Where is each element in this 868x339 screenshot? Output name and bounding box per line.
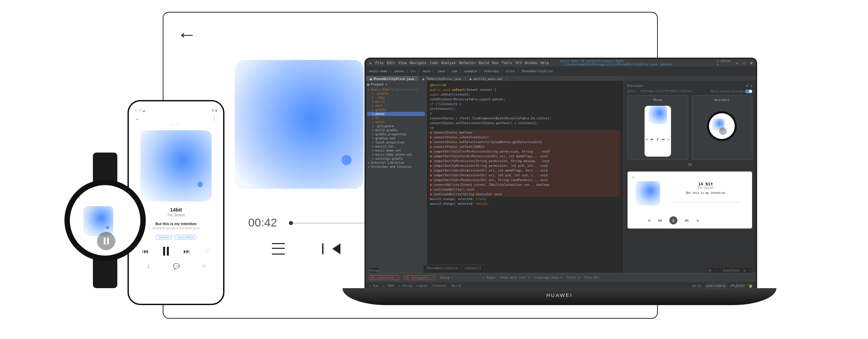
laptop-brand: HUAWEI	[342, 292, 776, 298]
menu-tools[interactable]: Tools	[502, 61, 512, 65]
tree-item[interactable]: ▾phone	[367, 112, 425, 116]
more-icon[interactable]: ⋮	[212, 115, 217, 121]
gear-icon[interactable]: ⚙	[744, 269, 746, 272]
tree-item[interactable]: ▸music-demo D:\projects\music	[367, 87, 425, 92]
download-icon[interactable]: ⤓	[146, 263, 151, 270]
previewer-title: Previewer	[627, 84, 644, 87]
codecheck-tab[interactable]: CodeCheck	[723, 269, 739, 272]
menu-refactor[interactable]: Refactor	[459, 61, 475, 65]
tree-item[interactable]: ▸.gradle	[367, 92, 425, 96]
status-tab-logcat[interactable]: Logcat	[417, 284, 428, 287]
tool-bar: No connected ▾ No debuggable ▾ Debug ▾ ☑…	[366, 273, 756, 282]
pause-button[interactable]	[97, 232, 115, 250]
back-arrow-icon[interactable]: ←	[177, 23, 644, 45]
tree-item[interactable]: ▸Scratches and Consoles	[367, 165, 425, 169]
regex-checkbox[interactable]: ☑ Regex	[483, 276, 496, 279]
playlist-icon[interactable]	[272, 243, 285, 255]
tree-item[interactable]: ⌕.gitignore	[367, 124, 425, 128]
chevron-down-icon[interactable]: ⌄	[135, 115, 139, 121]
multi-device-toggle[interactable]	[745, 89, 752, 93]
refresh-icon[interactable]: ⟳ ✕	[746, 84, 752, 87]
crumb-segment[interactable]: 〉 phone	[390, 69, 404, 74]
indent[interactable]: 4 spaces	[730, 284, 745, 288]
next-icon: ⏭	[685, 218, 689, 223]
effects-badge[interactable]: Sound effects	[175, 235, 196, 239]
menu-run[interactable]: Run	[492, 61, 498, 65]
status-tab-todo[interactable]: ▸ TODO	[383, 284, 394, 287]
menu-build[interactable]: Build	[479, 61, 489, 65]
tree-item[interactable]: ▸cert	[367, 104, 425, 108]
status-tab-run[interactable]: ▸ Run	[369, 284, 378, 287]
crumb-segment[interactable]: music-demo	[369, 69, 388, 73]
tree-item[interactable]: ▸gradle	[367, 108, 425, 112]
tree-item[interactable]: ⌕music-demo-phone.xml	[367, 153, 425, 157]
laptop-device: ◆ FileEditViewNavigateCodeAnalyzeRefacto…	[342, 58, 776, 319]
tree-item[interactable]: ▾tv	[367, 116, 425, 120]
status-tab-terminal[interactable]: Terminal	[432, 284, 447, 287]
stop-icon[interactable]: ■	[750, 61, 752, 65]
showonly-dropdown[interactable]: Show only sele ▾	[500, 276, 530, 279]
tree-item[interactable]: ⌕build.gradle	[367, 128, 425, 132]
menu-code[interactable]: Code	[430, 61, 438, 65]
preview-tv[interactable]: ← 14 bit The Sonnet But this is my inten…	[627, 171, 752, 229]
code-editor[interactable]: @Overridepublic void onStart(Intent inte…	[427, 81, 624, 273]
menu-navigate[interactable]: Navigate	[410, 61, 426, 65]
lock-icon: 🔒	[749, 284, 752, 288]
comment-icon[interactable]: 💬	[173, 263, 180, 270]
menu-view[interactable]: View	[398, 61, 407, 65]
pause-button[interactable]	[163, 247, 169, 256]
status-battery-icons: ⵁ ▮	[212, 109, 217, 112]
previous-track-icon[interactable]	[332, 243, 340, 254]
menu-vcs[interactable]: VCS	[515, 61, 521, 65]
project-tree[interactable]: ▤ Project ▾ ▸music-demo D:\projects\musi…	[366, 81, 427, 273]
settings-icon[interactable]: ⚙	[710, 269, 711, 272]
loglevel-dropdown[interactable]: Debug ▾	[440, 276, 453, 279]
album-art	[83, 206, 113, 236]
tree-item[interactable]: ⌕music2.iml	[367, 144, 425, 148]
tree-item[interactable]: ⌕music-demo.xml	[367, 148, 425, 153]
menu-analyze[interactable]: Analyze	[441, 61, 456, 65]
debug-icon[interactable]: 🐞	[742, 61, 746, 65]
run-target-dropdown[interactable]: ▯ phone ▾	[717, 59, 732, 66]
crumb-segment[interactable]: 〉 java	[433, 69, 445, 74]
menu-window[interactable]: Window	[525, 61, 537, 65]
share-icon[interactable]: ⎋	[202, 263, 206, 270]
crumb-segment[interactable]: 〉 src	[406, 69, 416, 74]
status-tab-build[interactable]: Build	[452, 284, 461, 287]
track-artist: The Sonnet	[135, 213, 217, 217]
heart-icon[interactable]: ♡	[204, 247, 210, 255]
tree-item[interactable]: ⌕local.properties	[367, 140, 425, 144]
crumb-segment[interactable]: 〉 com	[447, 69, 457, 74]
device-dropdown[interactable]: No connected ▾	[369, 275, 399, 280]
tree-item[interactable]: ⌕gradle.properties	[367, 132, 425, 136]
code-breadcrumb: PhoneAbilitySlice 〉 onStart()	[423, 265, 485, 273]
back-icon[interactable]: ‹	[79, 195, 80, 200]
crumb-segment[interactable]: 〉 slice	[500, 69, 515, 74]
crumb-segment[interactable]: 〉 main	[418, 69, 430, 74]
run-icon[interactable]: ▶	[736, 61, 738, 65]
status-tab-hilog[interactable]: ▸ HiLog	[399, 284, 412, 287]
preview-phone[interactable]: ≡⏮⏸⏭↻	[645, 106, 671, 157]
crumb-segment[interactable]: 〉 example	[459, 69, 477, 74]
menu-file[interactable]: File	[375, 61, 383, 65]
tree-item[interactable]: ▸watch	[367, 120, 425, 124]
crumb-segment[interactable]: 〉 otherapp	[479, 69, 499, 74]
filter-input[interactable]	[458, 278, 478, 278]
process-dropdown[interactable]: No debuggable ▾	[404, 275, 435, 280]
quality-badge[interactable]: Standard	[156, 235, 172, 239]
cursor-position: 48:11	[692, 284, 701, 288]
tree-item[interactable]: ▸.idea	[367, 96, 425, 100]
encoding[interactable]: UTF-8	[717, 284, 726, 288]
menu-help[interactable]: Help	[540, 61, 549, 65]
tree-item[interactable]: ▸External Libraries	[367, 161, 425, 165]
line-ending[interactable]: CRLF	[705, 284, 713, 288]
tree-item[interactable]: ▸build	[367, 100, 425, 104]
next-icon[interactable]: ⏭	[183, 247, 190, 255]
tree-item[interactable]: ⌕settings.gradle	[367, 157, 425, 161]
menu-edit[interactable]: Edit	[387, 61, 395, 65]
crumb-segment[interactable]: 〉 PhoneAbilitySlice	[517, 69, 553, 74]
tree-item[interactable]: ⌕gradlew.bat	[367, 136, 425, 140]
preview-watch[interactable]	[707, 111, 737, 141]
hilog-label[interactable]: HiLog	[369, 269, 378, 272]
page-indicator: • ○	[135, 123, 217, 127]
